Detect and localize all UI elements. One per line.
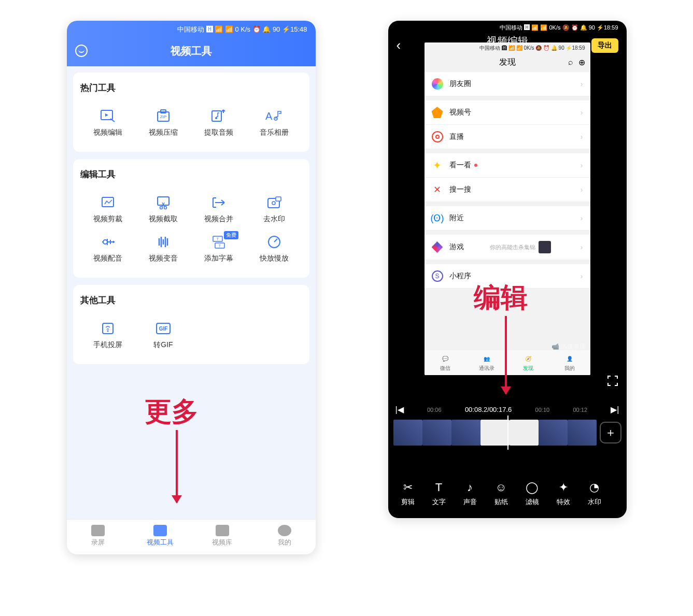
chevron-right-icon: › (581, 133, 583, 141)
wx-nav-me: 👤我的 (549, 353, 590, 372)
sticker-icon: ☺ (494, 481, 508, 494)
timeline-bar[interactable]: |◀ 00:06 00:08.2/00:17.6 00:10 00:12 ▶| (388, 405, 627, 414)
export-button[interactable]: 导出 (591, 38, 618, 53)
tool-watermark[interactable]: ◔水印 (579, 481, 610, 507)
tool-label: 添加字幕 (204, 254, 233, 263)
section-edit-tools: 编辑工具 视频剪裁 视频截取 视频合并 去水印 (73, 159, 309, 278)
tool-label: 手机投屏 (93, 340, 122, 350)
tool-cast[interactable]: 手机投屏 (80, 316, 136, 355)
section-title: 编辑工具 (80, 168, 302, 180)
svg-point-5 (215, 117, 217, 119)
annotation-more: 更多 (145, 394, 199, 430)
section-other-tools: 其他工具 手机投屏 GIF 转GIF (73, 285, 309, 364)
tool-label: 音乐相册 (260, 128, 289, 137)
tool-cut[interactable]: 视频截取 (136, 190, 191, 229)
nav-video-tools[interactable]: 视频工具 (129, 525, 191, 547)
tool-label: 视频剪裁 (93, 214, 122, 224)
search-icon: ⌕ (568, 58, 573, 67)
tool-gif[interactable]: GIF 转GIF (136, 316, 191, 355)
wx-nav-chats: 💬微信 (425, 353, 466, 372)
face-icon[interactable] (75, 45, 88, 57)
playhead[interactable] (507, 416, 508, 450)
svg-point-11 (164, 207, 167, 209)
tool-video-compress[interactable]: ZIP 视频压缩 (136, 103, 191, 142)
editor-toolbar: ✂剪辑 T文字 ♪声音 ☺贴纸 ◯滤镜 ✦特效 ◔水印 (388, 472, 627, 518)
clip-thumb[interactable] (568, 420, 597, 446)
clip-thumb[interactable] (480, 420, 510, 446)
next-frame-button[interactable]: ▶| (611, 405, 619, 414)
nav-record[interactable]: 录屏 (67, 525, 129, 547)
games-icon (432, 241, 443, 253)
nav-mine[interactable]: 我的 (253, 525, 316, 547)
plus-icon: ⊕ (578, 58, 585, 67)
tool-speed[interactable]: 快放慢放 (247, 229, 302, 268)
tool-clip[interactable]: ✂剪辑 (392, 481, 423, 507)
svg-rect-13 (276, 197, 281, 201)
watermark-icon (265, 195, 283, 210)
video-edit-icon (99, 108, 117, 124)
clip-thumb[interactable] (451, 420, 480, 446)
add-clip-button[interactable]: ＋ (600, 422, 621, 443)
clip-thumb[interactable] (393, 420, 422, 446)
prev-frame-button[interactable]: |◀ (395, 405, 404, 414)
section-title: 其他工具 (80, 294, 302, 306)
svg-text:ZIP: ZIP (160, 114, 166, 119)
phone-right-video-editor: 中国移动 🅷 📶 📶 0K/s 🔕 ⏰ 🔔 90 ⚡18:59 ‹ 视频编辑 导… (388, 21, 627, 518)
tool-dub[interactable]: 视频配音 (80, 229, 136, 268)
nav-library[interactable]: 视频库 (191, 525, 253, 547)
me-icon: 👤 (564, 353, 575, 364)
nearby-icon: (ʘ) (432, 212, 443, 224)
tool-label: 视频配音 (93, 254, 122, 263)
tool-video-edit[interactable]: 视频编辑 (80, 103, 136, 142)
free-badge: 免费 (224, 231, 238, 239)
chat-icon: 💬 (440, 353, 451, 364)
tool-crop[interactable]: 视频剪裁 (80, 190, 136, 229)
tool-sticker[interactable]: ☺贴纸 (486, 481, 517, 507)
tool-audio[interactable]: ♪声音 (455, 481, 486, 507)
miniprogram-icon: S (432, 270, 443, 282)
section-title: 热门工具 (80, 82, 302, 94)
svg-text:T: T (219, 244, 221, 248)
wx-item-games: 游戏你的高能击杀集锦› (425, 235, 590, 260)
editor-title: 视频编辑 (487, 34, 528, 48)
video-preview[interactable]: 中国移动 🅷 📶 📶 0K/s 🔕 ⏰ 🔔 90 ⚡18:59 发现 ⌕ ⊕ 朋… (425, 42, 590, 375)
wx-item-channels: 视频号› (425, 101, 590, 125)
moments-icon (432, 78, 443, 90)
tool-text[interactable]: T文字 (423, 481, 455, 507)
tool-watermark[interactable]: 去水印 (247, 190, 302, 229)
tool-filter[interactable]: ◯滤镜 (517, 481, 548, 507)
back-button[interactable]: ‹ (397, 37, 401, 53)
tool-label: 视频压缩 (149, 128, 178, 137)
watermark-icon: ◔ (588, 481, 601, 494)
tool-subtitle[interactable]: 免费 TT 添加字幕 (191, 229, 247, 268)
speed-icon (265, 234, 283, 250)
clip-thumb[interactable] (510, 420, 539, 446)
svg-point-22 (107, 331, 109, 332)
merge-icon (210, 195, 228, 210)
clip-thumb[interactable] (422, 420, 451, 446)
text-icon: T (432, 481, 446, 494)
search-icon: ✕ (432, 184, 443, 195)
profile-icon (278, 525, 291, 536)
tool-label: 转GIF (153, 340, 173, 350)
tool-voice-change[interactable]: 视频变音 (136, 229, 191, 268)
time-mark: 00:12 (573, 407, 587, 413)
wx-nav-contacts: 👥通讯录 (466, 353, 507, 372)
time-mark: 00:06 (427, 407, 442, 413)
tool-label: 快放慢放 (260, 254, 289, 263)
album-icon: A (265, 108, 283, 124)
clip-thumb[interactable] (539, 420, 568, 446)
tool-music-album[interactable]: A 音乐相册 (247, 103, 302, 142)
tool-merge[interactable]: 视频合并 (191, 190, 247, 229)
time-display: 00:08.2/00:17.6 (465, 406, 512, 413)
scissors-icon: ✂ (401, 481, 415, 494)
topstories-icon: ✦ (432, 160, 443, 171)
tool-effects[interactable]: ✦特效 (548, 481, 579, 507)
chevron-right-icon: › (581, 108, 583, 117)
fullscreen-button[interactable] (607, 375, 618, 389)
music-extract-icon (210, 108, 228, 124)
library-icon (216, 525, 229, 536)
live-icon (432, 131, 443, 142)
tool-label: 视频变音 (149, 254, 178, 263)
tool-extract-audio[interactable]: 提取音频 (191, 103, 247, 142)
